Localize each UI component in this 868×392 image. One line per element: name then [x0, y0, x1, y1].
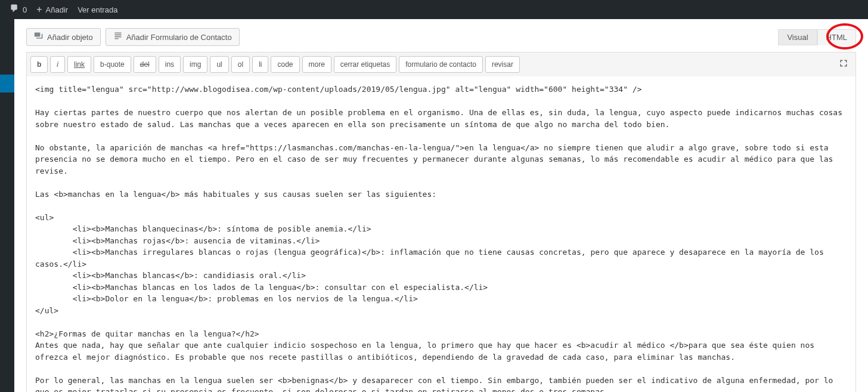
comments-link[interactable]: 0: [5, 0, 32, 19]
tab-html[interactable]: HTML: [817, 29, 856, 45]
view-entry-label: Ver entrada: [78, 5, 117, 14]
qt-li-button[interactable]: li: [252, 56, 268, 73]
media-buttons-row: Añadir objeto Añadir Formulario de Conta…: [26, 28, 856, 46]
comment-icon: [10, 4, 19, 16]
sidebar-active-item[interactable]: [0, 75, 14, 92]
qt-ol-button[interactable]: ol: [231, 56, 250, 73]
fullscreen-icon[interactable]: [834, 55, 853, 74]
qt-bold-button[interactable]: b: [30, 56, 48, 73]
html-editor-textarea[interactable]: [26, 76, 856, 392]
qt-del-button[interactable]: del: [134, 56, 156, 73]
form-icon: [113, 31, 123, 43]
qt-contact-form-button[interactable]: formulario de contacto: [399, 56, 483, 73]
media-icon: [34, 31, 44, 43]
view-entry-link[interactable]: Ver entrada: [73, 0, 122, 19]
add-media-button[interactable]: Añadir objeto: [26, 28, 101, 46]
qt-code-button[interactable]: code: [271, 56, 299, 73]
editor-tabs: Visual HTML: [778, 29, 856, 45]
qt-more-button[interactable]: more: [302, 56, 331, 73]
comments-count: 0: [23, 5, 27, 14]
tab-visual[interactable]: Visual: [778, 29, 817, 45]
qt-ul-button[interactable]: ul: [210, 56, 228, 73]
qt-img-button[interactable]: img: [183, 56, 207, 73]
add-contact-form-button[interactable]: Añadir Formulario de Contacto: [106, 28, 240, 46]
qt-revise-button[interactable]: revisar: [485, 56, 520, 73]
quicktags-toolbar: b i link b-quote del ins img ul ol li co…: [26, 52, 856, 76]
qt-link-button[interactable]: link: [67, 56, 91, 73]
editor-container: Añadir objeto Añadir Formulario de Conta…: [14, 19, 868, 392]
admin-bar: 0 + Añadir Ver entrada: [0, 0, 868, 19]
add-media-label: Añadir objeto: [47, 33, 93, 42]
admin-sidebar: [0, 19, 14, 392]
add-new-link[interactable]: + Añadir: [32, 0, 73, 19]
add-label: Añadir: [46, 5, 69, 14]
add-contact-form-label: Añadir Formulario de Contacto: [126, 33, 232, 42]
plus-icon: +: [36, 4, 42, 15]
qt-close-tags-button[interactable]: cerrar etiquetas: [334, 56, 396, 73]
qt-italic-button[interactable]: i: [50, 56, 65, 73]
qt-bquote-button[interactable]: b-quote: [94, 56, 131, 73]
qt-ins-button[interactable]: ins: [159, 56, 181, 73]
